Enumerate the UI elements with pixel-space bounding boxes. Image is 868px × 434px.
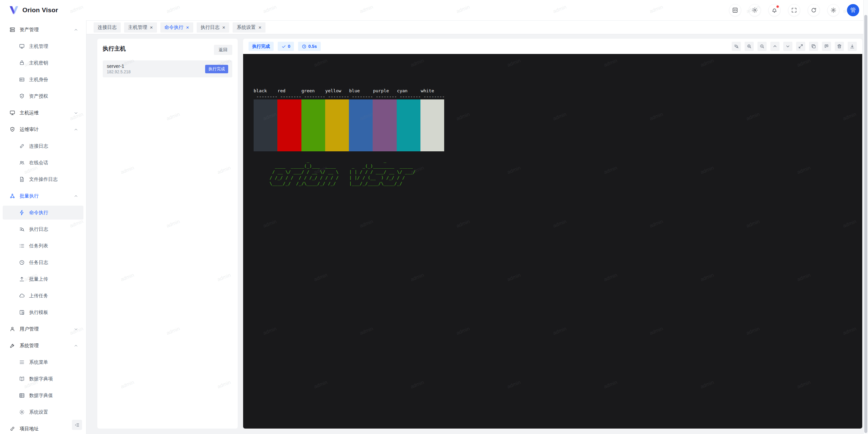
page-scrollbar[interactable] xyxy=(863,0,868,434)
sidebar-item-command-execution[interactable]: 命令执行 xyxy=(3,206,83,220)
exit-code-badge: 0 xyxy=(278,42,294,51)
sidebar-item-batch-upload[interactable]: 批量上传 xyxy=(3,272,83,286)
host-status-badge: 执行完成 xyxy=(205,65,228,73)
tab-command-execution[interactable]: 命令执行 × xyxy=(160,22,193,33)
upload-icon xyxy=(19,276,25,282)
clear-trash-icon[interactable] xyxy=(835,42,844,51)
sidebar-item-execution-template[interactable]: 执行模板 xyxy=(3,305,83,319)
chevron-down-icon xyxy=(74,327,78,331)
sidebar-item-asset-authorization[interactable]: 资产授权 xyxy=(3,89,83,103)
terminal-tools xyxy=(732,42,857,51)
settings-gear-icon[interactable] xyxy=(827,4,840,16)
sidebar-collapse-button[interactable] xyxy=(72,420,82,430)
scroll-bottom-icon[interactable] xyxy=(783,42,792,51)
gear-icon xyxy=(19,409,25,415)
user-icon xyxy=(9,326,15,332)
color-block-white xyxy=(420,99,444,151)
zoom-out-icon[interactable] xyxy=(757,42,767,51)
terminal-color-names-line: black red green yellow blue purple cyan … xyxy=(254,88,862,94)
app-logo: Orion Visor xyxy=(9,5,58,15)
sidebar-item-project-address[interactable]: 项目地址 xyxy=(3,422,83,434)
sidebar-item-file-operation-log[interactable]: 文件操作日志 xyxy=(3,172,83,186)
expand-icon[interactable] xyxy=(796,42,805,51)
sidebar-group-user-management[interactable]: 用户管理 xyxy=(3,322,83,336)
color-block-purple xyxy=(373,99,396,151)
terminal-toolbar: 执行完成 0 0.5s xyxy=(243,39,862,54)
close-icon[interactable]: × xyxy=(258,25,261,30)
check-icon xyxy=(281,44,286,49)
terminal-screen[interactable]: black red green yellow blue purple cyan … xyxy=(243,54,862,429)
sidebar-item-online-sessions[interactable]: 在线会话 xyxy=(3,156,83,170)
sidebar-item-connection-log[interactable]: 连接日志 xyxy=(3,139,83,153)
theme-brightness-icon[interactable] xyxy=(749,4,761,16)
close-icon[interactable]: × xyxy=(222,25,225,30)
chevron-up-icon xyxy=(74,194,78,198)
list-icon xyxy=(19,243,25,249)
execution-hosts-panel: 执行主机 返回 server-1 182.92.5.218 执行完成 xyxy=(97,39,238,429)
sidebar-item-system-menu[interactable]: 系统菜单 xyxy=(3,355,83,369)
sidebar-item-system-settings[interactable]: 系统设置 xyxy=(3,405,83,419)
sidebar-item-execution-log[interactable]: 执行日志 xyxy=(3,222,83,236)
tab-host-management[interactable]: 主机管理 × xyxy=(124,22,157,33)
tab-execution-log[interactable]: 执行日志 × xyxy=(197,22,230,33)
sidebar-item-data-dictionary-values[interactable]: 数据字典值 xyxy=(3,389,83,402)
wrench-icon xyxy=(9,343,15,348)
user-avatar[interactable]: 管 xyxy=(847,4,859,16)
chevron-up-icon xyxy=(74,28,78,32)
sidebar-group-system-management[interactable]: 系统管理 xyxy=(3,339,83,353)
sidebar-group-batch-execution[interactable]: 批量执行 xyxy=(3,189,83,203)
template-icon xyxy=(19,309,25,315)
duration-badge: 0.5s xyxy=(298,42,320,51)
sidebar-item-task-log[interactable]: 任务日志 xyxy=(3,256,83,269)
sidebar-group-operations-audit[interactable]: 运维审计 xyxy=(3,122,83,136)
terminal-color-blocks xyxy=(254,99,444,151)
download-icon[interactable] xyxy=(848,42,857,51)
zoom-in-icon[interactable] xyxy=(745,42,754,51)
fullscreen-icon[interactable] xyxy=(788,4,800,16)
desktop-icon xyxy=(9,110,15,116)
notifications-bell-icon[interactable] xyxy=(768,4,781,16)
host-list-item[interactable]: server-1 182.92.5.218 执行完成 xyxy=(103,60,232,77)
storage-icon xyxy=(9,27,15,33)
book-icon xyxy=(19,376,25,382)
cluster-icon xyxy=(9,193,15,199)
terminal-panel: 执行完成 0 0.5s black xyxy=(243,39,862,429)
shield-check-icon xyxy=(9,127,15,132)
close-icon[interactable]: × xyxy=(150,25,153,30)
refresh-icon[interactable] xyxy=(808,4,820,16)
scroll-top-icon[interactable] xyxy=(770,42,780,51)
color-block-yellow xyxy=(325,99,349,151)
chevron-down-icon xyxy=(74,111,78,115)
file-icon xyxy=(19,176,25,182)
copy-icon[interactable] xyxy=(809,42,818,51)
sidebar-item-data-dictionary-items[interactable]: 数据字典项 xyxy=(3,372,83,386)
thunderbolt-icon xyxy=(19,210,25,215)
sidebar-item-host-identity[interactable]: 主机身份 xyxy=(3,73,83,87)
search-output-icon[interactable] xyxy=(732,42,741,51)
sidebar-group-host-operations[interactable]: 主机运维 xyxy=(3,106,83,120)
tab-system-settings[interactable]: 系统设置 × xyxy=(233,22,265,33)
scrollbar-thumb[interactable] xyxy=(864,15,867,433)
execution-status-badge: 执行完成 xyxy=(249,42,274,51)
sidebar-item-task-list[interactable]: 任务列表 xyxy=(3,239,83,253)
host-name: server-1 xyxy=(107,63,131,69)
sidebar-group-asset-management[interactable]: 资产管理 xyxy=(3,23,83,37)
sidebar-item-upload-tasks[interactable]: 上传任务 xyxy=(3,289,83,303)
paste-icon[interactable] xyxy=(822,42,831,51)
chevron-up-icon xyxy=(74,344,78,348)
back-button[interactable]: 返回 xyxy=(214,45,232,55)
terminal-dashes-line: -------- -------- -------- -------- ----… xyxy=(254,94,862,99)
user-group-icon xyxy=(19,160,25,166)
close-icon[interactable]: × xyxy=(186,25,189,30)
table-icon xyxy=(19,393,25,398)
sidebar-item-host-keys[interactable]: 主机密钥 xyxy=(3,56,83,70)
color-block-black xyxy=(254,99,277,151)
tab-connection-log[interactable]: 连接日志 xyxy=(94,22,121,33)
color-block-green xyxy=(301,99,325,151)
code-icon[interactable] xyxy=(729,4,741,16)
cloud-icon xyxy=(19,293,25,299)
clock-icon xyxy=(302,44,307,49)
color-block-cyan xyxy=(397,99,420,151)
notification-dot xyxy=(776,5,779,8)
sidebar-item-host-management[interactable]: 主机管理 xyxy=(3,39,83,53)
